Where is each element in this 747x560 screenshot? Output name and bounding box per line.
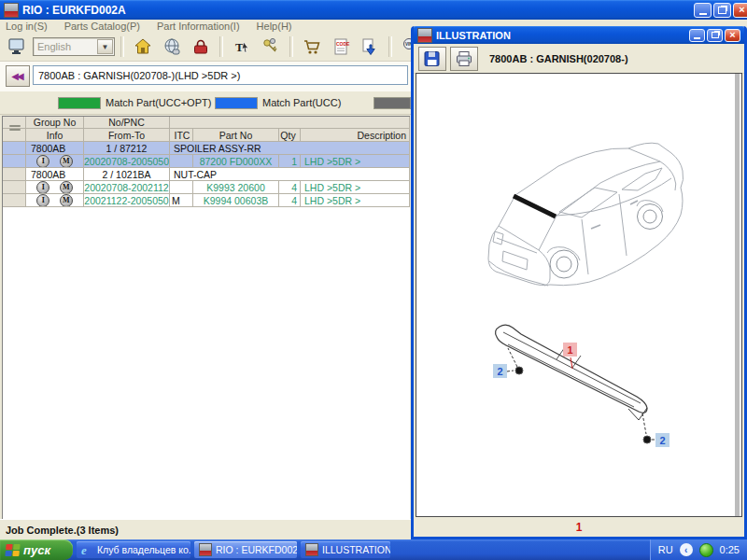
row-selector[interactable] [3,168,26,181]
row-selector-header[interactable] [3,129,26,142]
menu-parts-catalog[interactable]: Parts Catalog(P) [64,21,140,32]
nut-cap-dot [515,367,523,374]
close-button[interactable]: × [725,29,740,42]
canvas-scrollbar[interactable] [735,74,740,516]
status-text: Job Complete.(3 Items) [6,525,119,536]
start-button[interactable]: пуск [0,539,73,560]
illustration-titlebar: ILLUSTRATION × [414,26,744,44]
row-selector[interactable] [3,155,26,168]
export-button[interactable] [357,34,383,60]
restore-button[interactable] [713,3,731,18]
info-m-button[interactable]: M [60,155,73,168]
table-row-part[interactable]: I M 20020708-2005050 87200 FD000XX 1 LHD… [3,155,410,168]
language-value: English [37,41,71,52]
cell-part-no: 87200 FD000XX [193,155,279,168]
info-m-button[interactable]: M [60,194,73,207]
messenger-tray-icon[interactable] [699,543,713,557]
cell-part-name: SPOILER ASSY-RR [170,142,410,155]
taskbar: пуск e Клуб владельцев ко... RIO : EURKF… [0,539,747,560]
restore-button[interactable] [707,29,723,42]
cell-info: I M [26,194,84,207]
windows-flag-icon [5,544,20,556]
toolbar-separator [289,36,293,57]
close-button[interactable]: × [733,3,747,18]
cell-from-to: 20021122-2005050 [84,194,170,207]
car-line-drawing [416,74,742,515]
row-selector[interactable] [3,194,26,207]
select-all-icon[interactable] [9,125,21,131]
task-button-illustration[interactable]: ILLUSTRATION [301,541,390,558]
cell-itc [170,155,193,168]
nut-cap-dot [643,436,651,443]
menu-login[interactable]: Log in(S) [6,21,48,32]
menu-help[interactable]: Help(H) [257,21,292,32]
table-row-group[interactable]: 7800AB 1 / 87212 SPOILER ASSY-RR [3,142,410,155]
illustration-caption: 7800AB : GARNISH(020708-) [489,53,628,64]
svg-text:CODE: CODE [336,41,350,47]
table-row-part[interactable]: I M 20020708-2002112 K9993 20600 4 LHD >… [3,181,410,194]
task-label: Клуб владельцев ко... [97,544,190,555]
info-i-button[interactable]: I [36,181,49,194]
table-row-group[interactable]: 7800AB 2 / 1021BA NUT-CAP [3,168,410,181]
col-header-no-pnc: No/PNC [84,117,170,129]
row-selector[interactable] [3,181,26,194]
cell-no-pnc: 2 / 1021BA [84,168,170,181]
show-hidden-icons-button[interactable]: ‹ [680,543,693,556]
start-label: пуск [23,543,50,557]
cart-button[interactable] [299,34,325,60]
task-label: RIO : EURKFD002A [216,544,297,555]
illustration-toolbar: 7800AB : GARNISH(020708-) [414,44,744,74]
task-button-browser[interactable]: e Клуб владельцев ко... [77,541,190,558]
lock-button[interactable] [188,34,214,60]
illustration-title: ILLUSTRATION [436,30,511,41]
app-icon [4,3,19,18]
cell-info: I M [26,155,84,168]
cell-qty: 4 [279,181,301,194]
minimize-button[interactable] [689,29,705,42]
illustration-icon [417,28,432,43]
task-label: ILLUSTRATION [322,544,390,555]
cell-part-name: NUT-CAP [170,168,410,181]
language-indicator[interactable]: RU [658,544,673,555]
language-select[interactable]: English ▼ [33,37,115,56]
code-document-button[interactable]: CODE [328,34,354,60]
cell-from-to: 20020708-2005050 [84,155,170,168]
print-button[interactable] [450,47,478,71]
task-button-rio[interactable]: RIO : EURKFD002A [194,541,297,558]
cell-info: I M [26,181,84,194]
globe-button[interactable] [159,34,185,60]
callout-part-2-left[interactable]: 2 [493,364,507,378]
info-m-button[interactable]: M [60,181,73,194]
chevron-down-icon[interactable]: ▼ [97,39,113,54]
menu-part-information[interactable]: Part Information(I) [157,21,240,32]
minimize-button[interactable] [694,3,712,18]
toolbar-separator [120,36,124,57]
keys-button[interactable] [258,34,284,60]
callout-part-1[interactable]: 1 [563,343,577,357]
info-i-button[interactable]: I [36,155,49,168]
info-i-button[interactable]: I [36,194,49,207]
row-selector[interactable] [3,142,26,155]
part-context-field[interactable]: 7800AB : GARNISH(020708-)(LHD >5DR >) [33,65,408,85]
cell-part-no: K9993 20600 [193,181,279,194]
table-row-part[interactable]: I M 20021122-2005050 M K9994 00603B 4 LH… [3,194,410,207]
toolbar-separator [388,36,392,57]
back-button[interactable]: ◀◀ [6,65,30,87]
cell-qty: 1 [279,155,301,168]
callout-part-2-right[interactable]: 2 [655,433,669,447]
text-select-button[interactable]: T [229,34,255,60]
table-empty-area [2,206,410,519]
app-icon [199,543,212,556]
workstation-icon[interactable] [4,34,30,60]
save-button[interactable] [418,47,446,71]
footer-ref-number: 1 [576,521,583,534]
col-header-qty: Qty [279,129,301,142]
illustration-canvas: 1 2 2 [416,73,742,517]
main-window-titlebar: RIO : EURKFD002A × [0,0,747,20]
cell-part-no: K9994 00603B [193,194,279,207]
col-header-spacer [170,117,410,129]
home-button[interactable] [130,34,156,60]
legend-swatch-no-match [374,97,411,109]
cell-from-to: 20020708-2002112 [84,181,170,194]
col-header-description: Description [301,129,410,142]
